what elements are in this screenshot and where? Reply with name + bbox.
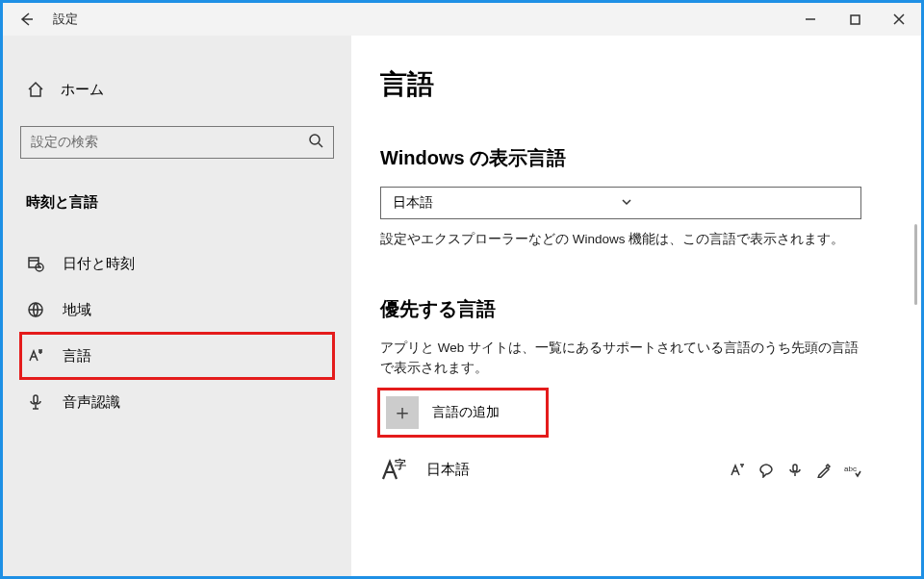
sidebar: ホーム 設定の検索 時刻と言語 日付と時刻 地域 [3, 36, 351, 576]
display-language-heading: Windows の表示言語 [380, 145, 875, 171]
spellcheck-badge-icon: abc [844, 462, 861, 479]
close-button[interactable] [877, 3, 921, 36]
nav-label: 日付と時刻 [63, 255, 135, 273]
display-language-dropdown[interactable]: 日本語 [380, 187, 861, 219]
add-language-label: 言語の追加 [432, 404, 500, 421]
display-language-help: 設定やエクスプローラーなどの Windows 機能は、この言語で表示されます。 [380, 229, 875, 250]
svg-point-1 [310, 135, 320, 144]
dropdown-value: 日本語 [393, 194, 621, 212]
language-feature-badges: abc [729, 462, 861, 479]
sidebar-item-speech[interactable]: 音声認識 [20, 379, 334, 425]
titlebar: 設定 [3, 3, 921, 36]
svg-text:字: 字 [395, 458, 406, 471]
minimize-button[interactable] [788, 3, 833, 36]
category-heading: 時刻と言語 [20, 193, 334, 212]
svg-rect-5 [34, 395, 38, 403]
nav-label: 音声認識 [63, 393, 120, 412]
microphone-icon [26, 392, 45, 412]
home-label: ホーム [61, 81, 104, 99]
back-button[interactable] [3, 3, 49, 36]
svg-rect-7 [793, 465, 797, 471]
text-to-speech-badge-icon [757, 462, 775, 479]
language-a-icon [26, 346, 45, 365]
svg-text:abc: abc [844, 465, 857, 473]
svg-rect-0 [851, 15, 860, 24]
plus-icon: ＋ [386, 396, 419, 429]
nav-label: 言語 [63, 347, 91, 365]
scrollbar[interactable] [914, 224, 917, 305]
preferred-language-help: アプリと Web サイトは、一覧にあるサポートされている言語のうち先頭の言語で表… [380, 338, 861, 379]
display-language-badge-icon [729, 462, 746, 479]
arrow-left-icon [17, 11, 35, 28]
nav-label: 地域 [63, 301, 91, 319]
search-input[interactable]: 設定の検索 [20, 126, 334, 159]
main-content: 言語 Windows の表示言語 日本語 設定やエクスプローラーなどの Wind… [351, 36, 921, 576]
sidebar-item-datetime[interactable]: 日付と時刻 [20, 240, 334, 287]
language-character-icon: 字 [380, 456, 409, 485]
handwriting-badge-icon [815, 462, 833, 479]
maximize-button[interactable] [833, 3, 877, 36]
language-name: 日本語 [426, 461, 470, 479]
page-title: 言語 [380, 66, 875, 103]
chevron-down-icon [621, 195, 849, 211]
calendar-clock-icon [26, 254, 45, 273]
sidebar-item-region[interactable]: 地域 [20, 287, 334, 333]
search-icon [308, 133, 323, 152]
sidebar-item-language[interactable]: 言語 [20, 333, 334, 379]
window-controls [788, 3, 921, 36]
svg-rect-2 [29, 258, 38, 267]
home-icon [26, 80, 45, 99]
language-item[interactable]: 字 日本語 abc [380, 456, 861, 485]
add-language-button[interactable]: ＋ 言語の追加 [380, 390, 546, 435]
preferred-language-heading: 優先する言語 [380, 296, 875, 322]
home-link[interactable]: ホーム [20, 72, 334, 107]
window-title: 設定 [53, 11, 78, 28]
search-placeholder: 設定の検索 [31, 134, 308, 151]
speech-recognition-badge-icon [786, 462, 804, 479]
globe-icon [26, 300, 45, 319]
